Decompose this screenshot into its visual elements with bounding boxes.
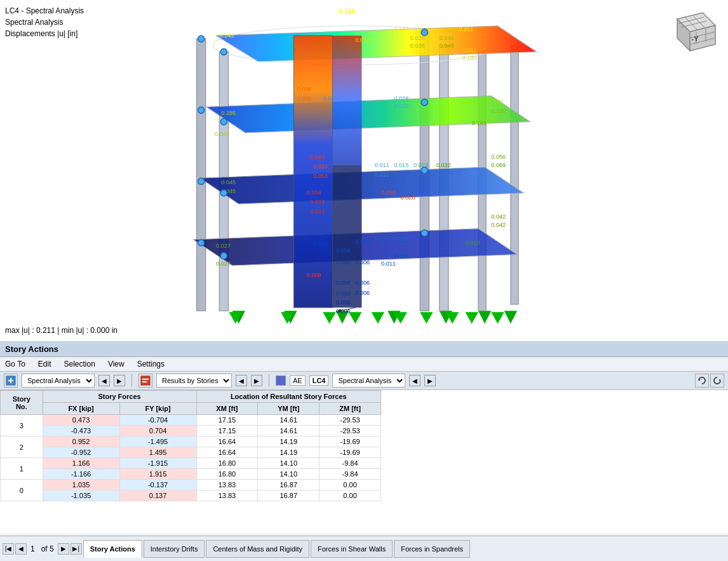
table-row: -1.166 1.915 16.80 14.10 -9.84 — [1, 469, 381, 480]
svg-text:0.193: 0.193 — [462, 55, 476, 61]
ym-neg: 14.19 — [258, 447, 320, 458]
svg-rect-15 — [293, 36, 332, 308]
reset-btn[interactable] — [710, 374, 724, 388]
svg-text:0.049: 0.049 — [440, 35, 454, 41]
svg-point-82 — [421, 29, 428, 36]
svg-rect-115 — [141, 376, 150, 385]
ym-pos: 14.10 — [258, 458, 320, 469]
table-row: -0.952 1.495 16.64 14.19 -19.69 — [1, 447, 381, 458]
first-page-btn[interactable]: |◀ — [3, 543, 14, 555]
svg-text:0.049: 0.049 — [440, 43, 454, 49]
zm-pos: -29.53 — [320, 415, 381, 426]
zm-pos: -19.69 — [320, 436, 381, 447]
col-fx: FX [kip] — [43, 403, 119, 415]
ym-neg: 14.10 — [258, 469, 320, 480]
fx-pos: 0.952 — [43, 436, 119, 447]
title-line3: Displacements |u| [in] — [5, 28, 84, 39]
fy-neg: 0.704 — [119, 426, 196, 436]
refresh-btn[interactable] — [695, 374, 709, 388]
svg-text:0.033: 0.033 — [310, 208, 325, 215]
svg-text:0.035: 0.035 — [410, 35, 425, 41]
max-min-label: max |u| : 0.211 | min |u| : 0.000 in — [5, 326, 118, 335]
panel-header: Story Actions — [0, 342, 728, 357]
story-num: 1 — [1, 458, 43, 480]
results-select[interactable]: Results by Stories — [156, 374, 232, 388]
tab-story-actions[interactable]: Story Actions — [83, 540, 142, 558]
svg-text:0.014: 0.014 — [313, 241, 328, 247]
tab-centers-mass[interactable]: Centers of Mass and Rigidity — [206, 540, 309, 558]
col-group-story-forces: Story Forces — [43, 391, 196, 403]
svg-text:0.098: 0.098 — [297, 95, 312, 102]
menu-edit[interactable]: Edit — [37, 358, 53, 370]
svg-text:0.011: 0.011 — [375, 172, 389, 178]
tab-forces-spandrels[interactable]: Forces in Spandrels — [394, 540, 470, 558]
svg-text:0.053: 0.053 — [313, 173, 328, 179]
fx-neg: -0.473 — [43, 426, 119, 436]
ym-neg: 14.61 — [258, 426, 320, 436]
menu-selection[interactable]: Selection — [63, 358, 97, 370]
svg-text:0.027: 0.027 — [216, 243, 231, 249]
fy-pos: -1.495 — [119, 436, 196, 447]
viewport: LC4 - Spectral Analysis Spectral Analysi… — [0, 0, 728, 342]
orientation-cube[interactable]: -Y — [671, 6, 722, 57]
fy-pos: -0.137 — [119, 480, 196, 490]
svg-text:0.145: 0.145 — [219, 32, 234, 39]
results-next-btn[interactable]: ▶ — [251, 375, 262, 386]
svg-rect-17 — [333, 165, 362, 308]
spectral-next-btn[interactable]: ▶ — [424, 375, 436, 386]
color-indicator — [276, 375, 286, 386]
svg-text:0.032: 0.032 — [436, 162, 451, 168]
analysis-prev-btn[interactable]: ◀ — [98, 375, 110, 386]
svg-text:0.015: 0.015 — [394, 162, 408, 168]
fx-pos: 1.166 — [43, 458, 119, 469]
svg-point-80 — [198, 178, 205, 184]
svg-text:0.069: 0.069 — [491, 162, 506, 168]
menu-goto[interactable]: Go To — [4, 358, 27, 370]
analysis-icon-btn[interactable] — [4, 374, 18, 388]
panel-menu: Go To Edit Selection View Settings — [0, 357, 728, 372]
svg-text:0.075: 0.075 — [355, 37, 370, 43]
prev-page-btn[interactable]: ◀ — [15, 543, 27, 555]
spectral-prev-btn[interactable]: ◀ — [409, 375, 421, 386]
svg-text:0.168: 0.168 — [394, 26, 408, 32]
zm-neg: -9.84 — [320, 469, 381, 480]
next-page-btn[interactable]: ▶ — [58, 543, 69, 555]
svg-text:0.004: 0.004 — [307, 189, 321, 196]
table-area: StoryNo. Story Forces Location of Result… — [0, 390, 728, 533]
svg-text:0.193: 0.193 — [472, 120, 487, 126]
svg-text:0.011: 0.011 — [375, 162, 389, 168]
svg-text:0.098: 0.098 — [297, 86, 312, 92]
svg-text:0.004: 0.004 — [336, 247, 351, 253]
svg-text:0.006: 0.006 — [355, 259, 370, 266]
zm-neg: 0.00 — [320, 490, 381, 501]
col-zm: ZM [ft] — [320, 403, 381, 415]
story-num: 2 — [1, 436, 43, 458]
page-total: of 5 — [39, 544, 57, 553]
fy-pos: -1.915 — [119, 458, 196, 469]
menu-view[interactable]: View — [107, 358, 126, 370]
ym-pos: 14.61 — [258, 415, 320, 426]
svg-point-88 — [220, 190, 227, 196]
spectral-select[interactable]: Spectral Analysis — [332, 374, 405, 388]
ae-tag: AE — [290, 375, 306, 386]
last-page-btn[interactable]: ▶| — [71, 543, 82, 555]
col-story-no: StoryNo. — [1, 391, 43, 415]
results-prev-btn[interactable]: ◀ — [236, 375, 247, 386]
results-icon-btn[interactable] — [138, 374, 152, 388]
fy-neg: 0.137 — [119, 490, 196, 501]
table-row: 0 1.035 -0.137 13.83 16.87 0.00 — [1, 480, 381, 490]
svg-point-85 — [421, 230, 428, 236]
svg-text:0.056: 0.056 — [491, 154, 506, 160]
analysis-select[interactable]: Spectral Analysis — [22, 374, 95, 388]
svg-text:0.120: 0.120 — [488, 98, 502, 105]
menu-settings[interactable]: Settings — [136, 358, 166, 370]
svg-text:0.053: 0.053 — [313, 163, 328, 170]
xm-pos: 13.83 — [196, 480, 258, 490]
tab-forces-shear-walls[interactable]: Forces in Shear Walls — [311, 540, 393, 558]
tab-interstory-drifts[interactable]: Interstory Drifts — [144, 540, 205, 558]
svg-text:0.285: 0.285 — [221, 110, 236, 116]
svg-text:0.006: 0.006 — [394, 253, 408, 259]
analysis-next-btn[interactable]: ▶ — [114, 375, 125, 386]
xm-pos: 16.64 — [196, 436, 258, 447]
svg-text:0.016: 0.016 — [381, 189, 396, 196]
